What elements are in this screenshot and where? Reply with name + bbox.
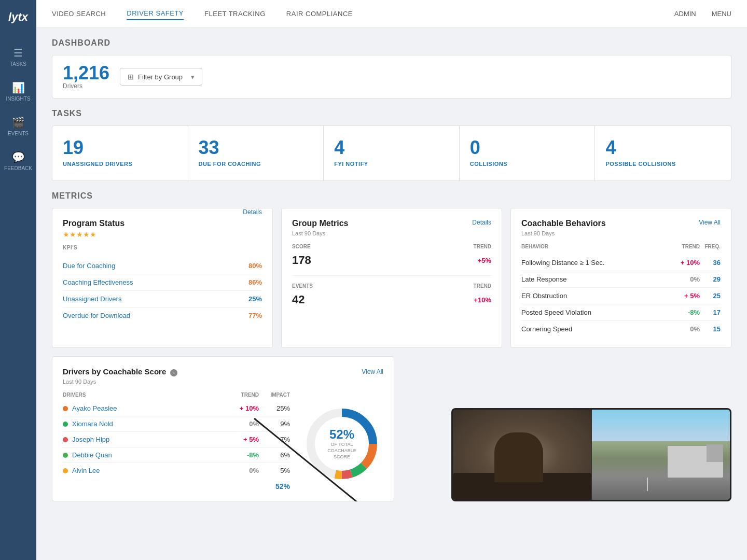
driver-dot — [63, 422, 68, 427]
nav-menu[interactable]: MENU — [712, 10, 731, 18]
coachable-behaviors-card: Coachable Behaviors Last 90 Days View Al… — [510, 208, 731, 348]
task-card-unassigned[interactable]: 19 UNASSIGNED DRIVERS — [52, 126, 188, 180]
nav-video-search[interactable]: VIDEO SEARCH — [52, 8, 106, 20]
dcs-row: Xiomara Nold 0% 9% — [63, 416, 290, 432]
dcs-total: 52% — [63, 478, 290, 491]
driver-dot — [63, 468, 68, 473]
sidebar-item-feedback[interactable]: 💬 FEEDBACK — [0, 144, 36, 178]
tasks-icon: ☰ — [13, 47, 23, 59]
nav-fleet-tracking[interactable]: FLEET TRACKING — [204, 8, 266, 20]
kpi-name[interactable]: Coaching Effectiveness — [63, 278, 133, 286]
task-card-collisions[interactable]: 0 COLLISIONS — [460, 126, 596, 180]
coachable-behaviors-title: Coachable Behaviors — [521, 219, 606, 228]
driver-name[interactable]: Joseph Hipp — [72, 436, 223, 443]
kpi-name[interactable]: Unassigned Drivers — [63, 295, 121, 303]
cb-freq-value: 17 — [700, 309, 721, 316]
cb-row: Following Distance ≥ 1 Sec.+ 10%36 — [521, 255, 721, 271]
task-card-possible-collisions[interactable]: 4 POSSIBLE COLLISIONS — [595, 126, 731, 180]
driver-name[interactable]: Alvin Lee — [72, 467, 223, 474]
cb-row: ER Obstruction+ 5%25 — [521, 288, 721, 304]
drivers-by-score-card: Drivers by Coachable Score i View All La… — [52, 356, 394, 501]
cb-behavior-name: Late Response — [521, 275, 663, 283]
sidebar-item-insights[interactable]: 📊 INSIGHTS — [0, 74, 36, 109]
kpi-row[interactable]: Unassigned Drivers25% — [63, 291, 262, 307]
driver-trend: 0% — [223, 420, 259, 428]
donut-subtext: OF TOTAL COACHABLE SCORE — [321, 442, 363, 460]
filter-by-group-dropdown[interactable]: ⊞ Filter by Group ▾ — [120, 68, 202, 86]
bottom-section: Drivers by Coachable Score i View All La… — [52, 356, 731, 501]
kpi-value: 77% — [248, 312, 262, 319]
nav-right-section: ADMIN MENU — [674, 10, 731, 18]
gm-events-trend: +10% — [474, 296, 491, 304]
cb-trend-value: 0% — [663, 325, 700, 333]
task-number-possible: 4 — [605, 138, 721, 157]
driver-name[interactable]: Ayako Peaslee — [72, 404, 223, 412]
cb-trend-value: -8% — [663, 309, 700, 316]
cb-freq-value: 29 — [700, 275, 721, 283]
driver-impact: 6% — [259, 451, 290, 459]
sidebar-item-label: EVENTS — [8, 131, 29, 136]
dcs-col-trend: TREND — [223, 392, 259, 398]
cb-row: Cornering Speed0%15 — [521, 321, 721, 337]
metrics-section-title: METRICS — [52, 191, 731, 201]
coachable-behaviors-link[interactable]: View All — [699, 219, 721, 226]
driver-name[interactable]: Xiomara Nold — [72, 420, 223, 428]
filter-icon: ⊞ — [128, 73, 134, 81]
group-metrics-title: Group Metrics — [292, 219, 348, 228]
dcs-row: Debbie Quan -8% 6% — [63, 447, 290, 463]
dcs-title: Drivers by Coachable Score — [63, 367, 166, 376]
nav-rair-compliance[interactable]: RAIR COMPLIANCE — [286, 8, 353, 20]
cb-trend-value: 0% — [663, 275, 700, 283]
task-card-coaching[interactable]: 33 DUE FOR COACHING — [188, 126, 324, 180]
kpi-row[interactable]: Overdue for Download77% — [63, 307, 262, 324]
coachable-behaviors-subtitle: Last 90 Days — [521, 230, 606, 236]
driver-count-label: Drivers — [63, 82, 109, 90]
donut-chart: 52% OF TOTAL COACHABLE SCORE — [300, 402, 383, 485]
gm-score-trend: +5% — [478, 257, 491, 264]
nav-admin[interactable]: ADMIN — [674, 10, 696, 18]
filter-label: Filter by Group — [138, 73, 183, 81]
driver-dot — [63, 453, 68, 458]
driver-impact: 25% — [259, 404, 290, 412]
cb-col-trend: TREND — [663, 244, 700, 249]
task-number-collisions: 0 — [470, 138, 585, 157]
driver-impact: 9% — [259, 420, 290, 428]
donut-chart-container: 52% OF TOTAL COACHABLE SCORE — [300, 397, 383, 491]
cb-freq-value: 25 — [700, 292, 721, 300]
kpi-name[interactable]: Overdue for Download — [63, 312, 130, 319]
kpi-value: 25% — [248, 295, 262, 303]
driver-trend: 0% — [223, 467, 259, 474]
dcs-row: Ayako Peaslee + 10% 25% — [63, 401, 290, 416]
driver-dot — [63, 437, 68, 442]
video-exterior — [591, 410, 730, 500]
program-status-link[interactable]: Details — [243, 208, 262, 216]
nav-driver-safety[interactable]: DRIVER SAFETY — [127, 7, 184, 20]
driver-trend: + 5% — [223, 436, 259, 443]
dcs-row: Joseph Hipp + 5% 7% — [63, 432, 290, 447]
dcs-col-drivers: DRIVERS — [63, 392, 223, 398]
driver-name[interactable]: Debbie Quan — [72, 451, 223, 459]
kpi-name[interactable]: Due for Coaching — [63, 262, 115, 270]
kpi-row[interactable]: Due for Coaching80% — [63, 258, 262, 274]
main-content: VIDEO SEARCH DRIVER SAFETY FLEET TRACKIN… — [36, 0, 747, 560]
driver-trend: -8% — [223, 451, 259, 459]
cb-freq-value: 15 — [700, 325, 721, 333]
dcs-row: Alvin Lee 0% 5% — [63, 463, 290, 478]
cb-behavior-name: Cornering Speed — [521, 325, 663, 333]
insights-icon: 📊 — [12, 81, 25, 94]
sidebar: lytx ☰ TASKS 📊 INSIGHTS 🎬 EVENTS 💬 FEEDB… — [0, 0, 36, 560]
group-metrics-card: Group Metrics Last 90 Days Details SCORE… — [281, 208, 502, 348]
kpi-row[interactable]: Coaching Effectiveness86% — [63, 274, 262, 291]
sidebar-item-tasks[interactable]: ☰ TASKS — [0, 39, 36, 74]
sidebar-item-events[interactable]: 🎬 EVENTS — [0, 109, 36, 144]
gm-trend-label: TREND — [474, 244, 491, 249]
cb-rows: Following Distance ≥ 1 Sec.+ 10%36Late R… — [521, 255, 721, 337]
dcs-view-all[interactable]: View All — [362, 368, 383, 375]
cb-behavior-name: Following Distance ≥ 1 Sec. — [521, 259, 663, 267]
task-card-fyi[interactable]: 4 FYI NOTIFY — [324, 126, 460, 180]
cb-row: Posted Speed Violation-8%17 — [521, 304, 721, 321]
cb-row: Late Response0%29 — [521, 271, 721, 288]
gm-events-value: 42 — [292, 293, 305, 306]
group-metrics-link[interactable]: Details — [472, 219, 491, 226]
info-icon[interactable]: i — [170, 369, 177, 376]
